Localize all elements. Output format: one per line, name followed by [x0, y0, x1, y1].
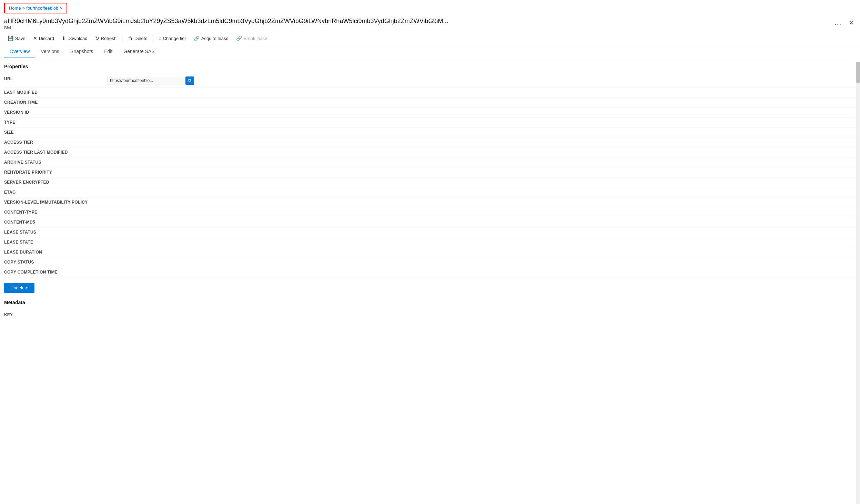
copy-url-button[interactable]: ⧉ [185, 76, 194, 85]
prop-label-version-id: VERSION ID [4, 110, 108, 115]
close-button[interactable]: ✕ [847, 18, 856, 27]
properties-section-title: Properties [4, 64, 856, 69]
prop-row-creation-time: CREATION TIME [4, 97, 856, 107]
change-tier-button[interactable]: ↕ Change tier [155, 34, 190, 43]
refresh-icon: ↻ [95, 35, 99, 41]
prop-row-last-modified: LAST MODIFIED [4, 88, 856, 97]
panel-subtitle: Blob [4, 25, 832, 30]
prop-label-copy-completion-time: COPY COMPLETION TIME [4, 270, 108, 275]
acquire-lease-icon: 🔗 [194, 35, 200, 41]
prop-row-etag: ETAG [4, 187, 856, 197]
tab-versions[interactable]: Versions [35, 45, 65, 58]
prop-row-rehydrate-priority: REHYDRATE PRIORITY [4, 167, 856, 177]
break-lease-button[interactable]: 🔗 Break lease [233, 34, 271, 43]
prop-label-etag: ETAG [4, 190, 108, 195]
tab-edit[interactable]: Edit [99, 45, 118, 58]
change-tier-icon: ↕ [159, 35, 161, 41]
prop-row-content-type: CONTENT-TYPE [4, 207, 856, 217]
prop-row-archive-status: ARCHIVE STATUS [4, 157, 856, 167]
prop-row-version-level-immutability: VERSION-LEVEL IMMUTABILITY POLICY [4, 197, 856, 207]
prop-label-content-md5: CONTENT-MD5 [4, 220, 108, 225]
toolbar: 💾 Save ✕ Discard ⬇ Download ↻ Refresh 🗑 … [0, 32, 860, 45]
delete-button[interactable]: 🗑 Delete [124, 34, 151, 43]
toolbar-divider-1 [122, 35, 122, 42]
prop-row-size: SIZE [4, 127, 856, 137]
discard-label: Discard [39, 36, 54, 41]
prop-label-access-tier-last-modified: ACCESS TIER LAST MODIFIED [4, 150, 108, 155]
breadcrumb-arrow: > [60, 6, 62, 11]
prop-row-access-tier-last-modified: ACCESS TIER LAST MODIFIED [4, 147, 856, 157]
panel-header: aHR0cHM6Ly9mb3VydGhjb2ZmZWVibG9iLmJsb2Iu… [0, 16, 860, 32]
panel-title-block: aHR0cHM6Ly9mb3VydGhjb2ZmZWVibG9iLmJsb2Iu… [4, 18, 832, 30]
prop-label-rehydrate-priority: REHYDRATE PRIORITY [4, 170, 108, 175]
prop-label-lease-duration: LEASE DURATION [4, 250, 108, 255]
prop-row-server-encrypted: SERVER ENCRYPTED [4, 177, 856, 187]
prop-row-lease-status: LEASE STATUS [4, 227, 856, 237]
prop-label-server-encrypted: SERVER ENCRYPTED [4, 180, 108, 185]
prop-label-copy-status: COPY STATUS [4, 260, 108, 265]
scrollbar-thumb[interactable] [856, 62, 860, 83]
download-button[interactable]: ⬇ Download [58, 34, 91, 43]
metadata-section-title: Metadata [4, 300, 856, 305]
save-label: Save [15, 36, 26, 41]
prop-row-access-tier: ACCESS TIER [4, 137, 856, 147]
breadcrumb-home[interactable]: Home [9, 6, 21, 11]
tab-snapshots[interactable]: Snapshots [65, 45, 99, 58]
download-icon: ⬇ [62, 35, 66, 41]
break-lease-label: Break lease [244, 36, 267, 41]
prop-label-version-level-immutability: VERSION-LEVEL IMMUTABILITY POLICY [4, 200, 108, 205]
prop-label-type: TYPE [4, 120, 108, 125]
prop-label-lease-state: LEASE STATE [4, 240, 108, 245]
prop-row-version-id: VERSION ID [4, 107, 856, 117]
metadata-header-row: Key [4, 310, 856, 320]
prop-label-access-tier: ACCESS TIER [4, 140, 108, 145]
prop-row-lease-duration: LEASE DURATION [4, 247, 856, 257]
tab-generate-sas[interactable]: Generate SAS [118, 45, 160, 58]
refresh-label: Refresh [101, 36, 117, 41]
discard-icon: ✕ [33, 35, 37, 41]
acquire-lease-button[interactable]: 🔗 Acquire lease [190, 34, 232, 43]
panel-top-actions: ... ✕ [832, 18, 856, 28]
panel-title: aHR0cHM6Ly9mb3VydGhjb2ZmZWVibG9iLmJsb2Iu… [4, 18, 832, 25]
url-input[interactable] [108, 77, 183, 84]
more-options-button[interactable]: ... [832, 19, 844, 27]
prop-label-url: URL [4, 76, 108, 81]
tab-overview[interactable]: Overview [4, 45, 35, 58]
toolbar-divider-2 [153, 35, 153, 42]
prop-label-archive-status: ARCHIVE STATUS [4, 160, 108, 165]
undelete-button[interactable]: Undelete [4, 283, 34, 293]
discard-button[interactable]: ✕ Discard [30, 34, 58, 43]
breadcrumb-current[interactable]: fourthcoffeeblob [26, 6, 58, 11]
delete-label: Delete [134, 36, 148, 41]
tab-bar: Overview Versions Snapshots Edit Generat… [0, 45, 860, 58]
prop-label-size: SIZE [4, 130, 108, 135]
prop-row-content-md5: CONTENT-MD5 [4, 217, 856, 227]
delete-icon: 🗑 [128, 35, 133, 41]
scrollbar-track[interactable] [856, 62, 860, 500]
save-icon: 💾 [8, 35, 13, 41]
prop-row-copy-completion-time: COPY COMPLETION TIME [4, 267, 856, 277]
prop-row-copy-status: COPY STATUS [4, 257, 856, 267]
refresh-button[interactable]: ↻ Refresh [92, 34, 120, 43]
breadcrumb: Home > fourthcoffeeblob > [4, 3, 67, 13]
prop-row-lease-state: LEASE STATE [4, 237, 856, 247]
save-button[interactable]: 💾 Save [4, 34, 29, 43]
content-area: Properties URL ⧉ LAST MODIFIED CREATION … [0, 58, 860, 500]
download-label: Download [68, 36, 88, 41]
prop-label-last-modified: LAST MODIFIED [4, 90, 108, 95]
prop-row-type: TYPE [4, 117, 856, 127]
acquire-lease-label: Acquire lease [201, 36, 229, 41]
metadata-key-header: Key [4, 312, 13, 317]
break-lease-icon: 🔗 [236, 35, 242, 41]
prop-label-lease-status: LEASE STATUS [4, 230, 108, 235]
prop-label-content-type: CONTENT-TYPE [4, 210, 108, 215]
metadata-section: Metadata Key [4, 300, 856, 320]
prop-row-url: URL ⧉ [4, 74, 856, 88]
breadcrumb-separator: > [22, 6, 25, 11]
prop-label-creation-time: CREATION TIME [4, 100, 108, 105]
prop-value-url: ⧉ [108, 76, 856, 85]
change-tier-label: Change tier [163, 36, 186, 41]
copy-icon: ⧉ [188, 78, 191, 83]
